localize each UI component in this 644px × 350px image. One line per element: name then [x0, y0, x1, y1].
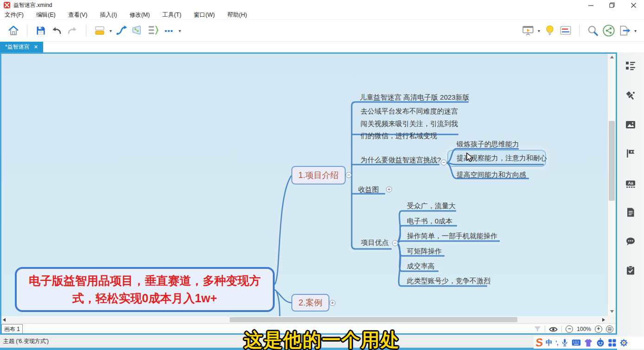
search-button[interactable] — [585, 22, 601, 39]
topic-why-thinking[interactable]: 锻炼孩子的思维能力 — [457, 140, 519, 149]
home-icon — [7, 25, 19, 37]
topic-intro[interactable]: 1.项目介绍 — [291, 166, 346, 185]
collapse-button-advantages[interactable]: − — [392, 240, 398, 246]
topic-case[interactable]: 2.案例 — [291, 294, 329, 312]
menubar: 文件(F) 编辑(E) 查看(V) 插入(I) 修改(M) 工具(T) 窗口(W… — [0, 10, 644, 19]
horizontal-scrollbar[interactable] — [0, 316, 617, 323]
topic-style-button[interactable] — [92, 22, 108, 39]
window-title: 益智迷宫.xmind — [13, 1, 52, 9]
menu-insert[interactable]: 插入(I) — [100, 11, 117, 19]
tab-document[interactable]: *益智迷宫 ✕ — [0, 42, 43, 52]
topic-why-spatial[interactable]: 提高空间能力和方向感 — [457, 171, 526, 179]
save-button[interactable] — [33, 22, 49, 39]
zoom-out-button[interactable]: − — [566, 325, 573, 333]
menu-tools[interactable]: 工具(T) — [162, 11, 181, 19]
topic-why-challenge[interactable]: 为什么要做益智迷宫挑战? — [361, 156, 441, 165]
robot-icon[interactable] — [596, 338, 605, 347]
relationship-button[interactable] — [114, 22, 129, 39]
topic-adv-simple[interactable]: 操作简单，一部手机就能操作 — [407, 232, 497, 241]
topic-style-caret[interactable]: ▾ — [109, 28, 112, 33]
keyboard-icon[interactable] — [572, 339, 581, 346]
eye-icon[interactable] — [549, 326, 558, 332]
idea-bulb-icon — [544, 25, 556, 37]
sheet-tab-canvas1[interactable]: 画布 1 — [1, 324, 23, 334]
topic-kids-maze[interactable]: 儿童益智迷宫 高清电子版 2023新版 — [360, 93, 470, 102]
vertical-scrollbar[interactable] — [607, 52, 616, 316]
more-tools-button[interactable]: ••• — [161, 22, 177, 39]
filter-funnel-icon[interactable] — [534, 326, 541, 332]
gear-icon[interactable] — [619, 338, 628, 347]
expand-button-case[interactable]: + — [329, 300, 335, 306]
video-subtitle: 这是他的一个用处 — [244, 327, 400, 350]
topic-adv-audience[interactable]: 受众广，流量大 — [407, 202, 456, 210]
undo-icon — [51, 25, 63, 36]
expand-button-income[interactable]: + — [386, 186, 392, 192]
toolbar-divider — [579, 25, 580, 37]
fit-menu-button[interactable] — [606, 325, 613, 333]
comment-icon[interactable] — [625, 236, 636, 247]
share-icon — [602, 24, 615, 37]
minimize-button[interactable] — [580, 0, 601, 10]
titlebar: 益智迷宫.xmind — [0, 0, 644, 10]
menu-file[interactable]: 文件(F) — [5, 11, 24, 19]
save-icon — [35, 25, 46, 36]
export-button[interactable] — [617, 22, 632, 39]
search-icon — [587, 25, 599, 37]
topic-advantages[interactable]: 项目优点 — [361, 238, 389, 247]
topic-adv-ebook[interactable]: 电子书，0成本 — [407, 217, 452, 226]
menu-edit[interactable]: 编辑(E) — [36, 11, 56, 19]
scroll-right-arrow[interactable] — [602, 318, 605, 322]
home-button[interactable] — [6, 22, 21, 39]
microphone-icon[interactable] — [560, 338, 569, 347]
presentation-button[interactable] — [520, 22, 536, 39]
sticker-aa-icon[interactable]: Aa — [625, 178, 636, 189]
summary-button[interactable] — [145, 22, 161, 39]
collapse-button-why[interactable]: − — [441, 159, 447, 165]
topic-adv-competition[interactable]: 此类型账号少，竞争不激烈 — [407, 277, 490, 286]
horizontal-scroll-thumb[interactable] — [230, 317, 517, 322]
scroll-down-arrow[interactable] — [610, 310, 614, 313]
format-brush-icon[interactable] — [625, 91, 636, 101]
tab-close-icon[interactable]: ✕ — [34, 44, 38, 50]
scroll-up-arrow[interactable] — [610, 56, 614, 58]
topic-root[interactable]: 电子版益智用品项目，垂直赛道，多种变现方式，轻松实现0成本月入1w+ — [15, 267, 275, 312]
ime-punctuation-toggle[interactable]: ’, — [555, 339, 558, 346]
share-button[interactable] — [601, 22, 617, 39]
presentation-caret[interactable]: ▾ — [538, 28, 540, 33]
topic-income-chart[interactable]: 收益图 — [358, 185, 379, 194]
image-icon[interactable] — [625, 120, 636, 130]
notes-doc-icon[interactable] — [625, 207, 636, 217]
task-check-icon[interactable] — [625, 265, 636, 275]
boundary-button[interactable] — [129, 22, 145, 39]
notes-button[interactable] — [558, 22, 573, 39]
marker-flag-icon[interactable] — [625, 148, 636, 159]
skin-shirt-icon[interactable] — [584, 338, 593, 347]
scroll-left-arrow[interactable] — [3, 318, 6, 322]
ime-lang-toggle[interactable]: 中 — [546, 338, 553, 347]
undo-button[interactable] — [49, 22, 64, 39]
menu-window[interactable]: 窗口(W) — [194, 11, 215, 19]
notes-card-icon — [559, 25, 572, 37]
zoom-in-button[interactable]: + — [595, 325, 602, 333]
menu-help[interactable]: 帮助(H) — [227, 11, 247, 19]
topic-adv-conversion[interactable]: 成交率高 — [407, 262, 435, 271]
idea-bulb-button[interactable] — [542, 22, 558, 39]
collapse-button-intro[interactable]: − — [346, 172, 352, 178]
export-caret[interactable]: ▾ — [634, 28, 637, 33]
redo-icon — [66, 25, 78, 36]
restore-button[interactable] — [601, 0, 623, 10]
grid-apps-icon[interactable] — [608, 338, 617, 347]
topic-public-traffic[interactable]: 去公域平台发布不同难度的迷宫闯关视频来吸引关注，引流到我们的微信，进行私域变现 — [361, 105, 461, 142]
outline-icon[interactable] — [625, 61, 636, 71]
vertical-scroll-thumb[interactable] — [609, 121, 615, 201]
sogou-logo[interactable]: S — [535, 337, 543, 348]
close-button[interactable] — [623, 0, 644, 10]
more-tools-caret[interactable]: ▾ — [179, 28, 181, 33]
svg-text:Aa: Aa — [628, 181, 633, 185]
menu-modify[interactable]: 修改(M) — [129, 11, 150, 19]
redo-button[interactable] — [64, 22, 80, 39]
mindmap-canvas[interactable]: 电子版益智用品项目，垂直赛道，多种变现方式，轻松实现0成本月入1w+ 1.项目介… — [0, 52, 617, 316]
controls-divider — [545, 326, 545, 332]
topic-adv-matrix[interactable]: 可矩阵操作 — [407, 247, 442, 256]
menu-view[interactable]: 查看(V) — [68, 11, 88, 19]
